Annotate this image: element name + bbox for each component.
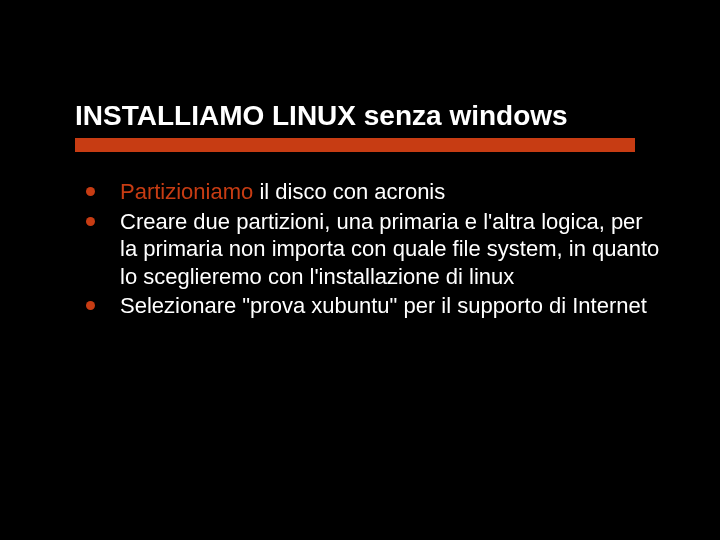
- content-area: Partizioniamo il disco con acronis Crear…: [0, 152, 720, 320]
- bullet-text: Creare due partizioni, una primaria e l'…: [120, 209, 659, 289]
- title-underline-bar: [75, 138, 635, 152]
- bullet-item: Creare due partizioni, una primaria e l'…: [86, 208, 660, 291]
- bullet-highlight: Partizioniamo: [120, 179, 253, 204]
- slide: INSTALLIAMO LINUX senza windows Partizio…: [0, 0, 720, 540]
- title-area: INSTALLIAMO LINUX senza windows: [0, 0, 720, 152]
- bullet-text: Selezionare "prova xubuntu" per il suppo…: [120, 293, 647, 318]
- slide-title: INSTALLIAMO LINUX senza windows: [75, 100, 690, 132]
- bullet-list: Partizioniamo il disco con acronis Crear…: [86, 178, 660, 320]
- bullet-item: Partizioniamo il disco con acronis: [86, 178, 660, 206]
- bullet-item: Selezionare "prova xubuntu" per il suppo…: [86, 292, 660, 320]
- bullet-text: il disco con acronis: [253, 179, 445, 204]
